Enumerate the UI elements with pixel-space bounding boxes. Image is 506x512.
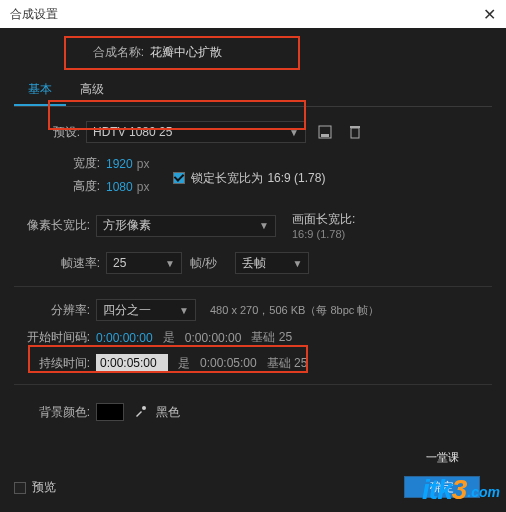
duration-label: 持续时间: [14, 355, 90, 372]
pixel-aspect-label: 像素长宽比: [14, 217, 90, 234]
preset-label: 预设: [14, 124, 80, 141]
window-title: 合成设置 [10, 6, 58, 23]
start-timecode-label: 开始时间码: [14, 329, 90, 346]
duration-is-label: 是 [178, 355, 190, 372]
chevron-down-icon: ▼ [259, 220, 269, 231]
chevron-down-icon: ▼ [289, 127, 299, 138]
preset-dropdown[interactable]: HDTV 1080 25 ▼ [86, 121, 306, 143]
delete-preset-icon[interactable] [344, 121, 366, 143]
lock-aspect-checkbox[interactable] [173, 172, 185, 184]
framerate-unit: 帧/秒 [190, 255, 217, 272]
frame-aspect-value: 16:9 (1.78) [292, 228, 355, 240]
bgcolor-name: 黑色 [156, 404, 180, 421]
svg-rect-2 [351, 128, 359, 138]
divider [14, 286, 492, 287]
width-unit: px [137, 157, 150, 171]
tab-basic[interactable]: 基本 [14, 75, 66, 106]
duration-is-value: 0:00:05:00 [200, 356, 257, 370]
width-field[interactable]: 1920 [106, 157, 133, 171]
resolution-info: 480 x 270，506 KB（每 8bpc 帧） [210, 303, 379, 318]
svg-rect-1 [321, 134, 329, 137]
ok-button[interactable]: 确定 [404, 476, 480, 498]
bgcolor-label: 背景颜色: [14, 404, 90, 421]
close-icon[interactable]: ✕ [483, 5, 496, 24]
resolution-label: 分辨率: [14, 302, 90, 319]
chevron-down-icon: ▼ [292, 258, 302, 269]
bgcolor-swatch[interactable] [96, 403, 124, 421]
preset-value: HDTV 1080 25 [93, 125, 172, 139]
save-preset-icon[interactable] [314, 121, 336, 143]
lock-aspect-ratio: 16:9 (1.78) [267, 171, 325, 185]
frame-aspect-label: 画面长宽比: [292, 211, 355, 228]
start-is-label: 是 [163, 329, 175, 346]
width-label: 宽度: [14, 155, 100, 172]
start-timecode-field[interactable]: 0:00:00:00 [96, 331, 153, 345]
chevron-down-icon: ▼ [179, 305, 189, 316]
duration-base: 基础 25 [267, 355, 308, 372]
pixel-aspect-value: 方形像素 [103, 217, 151, 234]
comp-name-field[interactable]: 花瓣中心扩散 [150, 44, 222, 61]
preview-checkbox[interactable] [14, 482, 26, 494]
tab-advanced[interactable]: 高级 [66, 75, 118, 106]
dropframe-value: 丢帧 [242, 255, 266, 272]
preview-label: 预览 [32, 479, 56, 496]
lock-aspect-label: 锁定长宽比为 [191, 170, 263, 187]
start-base: 基础 25 [251, 329, 292, 346]
pixel-aspect-dropdown[interactable]: 方形像素 ▼ [96, 215, 276, 237]
eyedropper-icon[interactable] [134, 404, 148, 421]
height-field[interactable]: 1080 [106, 180, 133, 194]
height-label: 高度: [14, 178, 100, 195]
svg-point-4 [142, 406, 146, 410]
framerate-value: 25 [113, 256, 126, 270]
resolution-dropdown[interactable]: 四分之一 ▼ [96, 299, 196, 321]
divider [14, 384, 492, 385]
dropframe-dropdown[interactable]: 丢帧 ▼ [235, 252, 309, 274]
framerate-dropdown[interactable]: 25 ▼ [106, 252, 182, 274]
chevron-down-icon: ▼ [165, 258, 175, 269]
height-unit: px [137, 180, 150, 194]
resolution-value: 四分之一 [103, 302, 151, 319]
svg-rect-3 [350, 126, 360, 128]
comp-name-label: 合成名称: [14, 44, 144, 61]
duration-field[interactable] [96, 354, 168, 372]
start-is-value: 0:00:00:00 [185, 331, 242, 345]
framerate-label: 帧速率: [14, 255, 100, 272]
